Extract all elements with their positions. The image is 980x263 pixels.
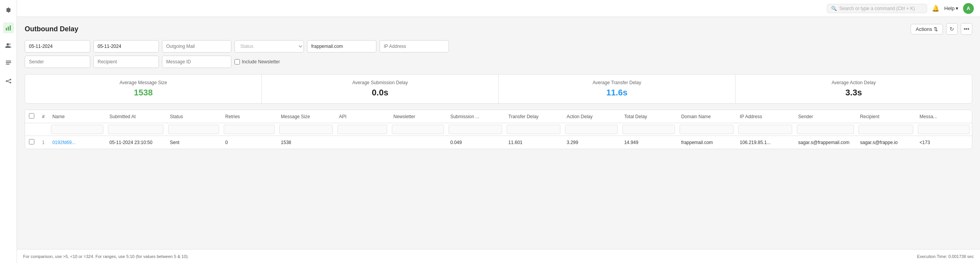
footer-hint: For comparison, use >5, <10 or =324. For… [23, 254, 189, 259]
page-title: Outbound Delay [25, 25, 78, 33]
avatar[interactable]: A [963, 3, 974, 14]
th-name[interactable]: Name [49, 110, 106, 123]
date-to-input[interactable] [93, 40, 159, 53]
th-message-size[interactable]: Message Size [277, 110, 335, 123]
topnav: 🔍 Search or type a command (Ctrl + K) 🔔 … [17, 0, 980, 17]
row-submitted-at: 05-11-2024 23:10:50 [106, 136, 166, 149]
sidebar-item-settings[interactable] [3, 5, 14, 15]
status-select[interactable]: Status [234, 40, 304, 53]
filter-recipient[interactable] [859, 125, 913, 134]
row-message: <173 [916, 136, 972, 149]
row-status: Sent [166, 136, 221, 149]
filter-domain-name[interactable] [680, 125, 734, 134]
filter-total-delay[interactable] [622, 125, 675, 134]
table-header-row: # Name Submitted At Status Retries Messa… [25, 110, 972, 123]
filter-api[interactable] [337, 125, 387, 134]
svg-rect-3 [10, 25, 11, 31]
recipient-input[interactable] [93, 56, 159, 68]
row-newsletter [390, 136, 446, 149]
th-api[interactable]: API [335, 110, 390, 123]
search-bar[interactable]: 🔍 Search or type a command (Ctrl + K) [827, 4, 927, 13]
th-newsletter[interactable]: Newsletter [390, 110, 446, 123]
th-submitted-at[interactable]: Submitted At [106, 110, 166, 123]
svg-line-12 [7, 81, 10, 82]
stat-avg-transfer-delay-value: 11.6s [506, 88, 727, 98]
th-sender[interactable]: Sender [794, 110, 856, 123]
header-actions: Actions ⇅ ↻ ••• [911, 23, 972, 35]
svg-point-10 [10, 82, 11, 83]
sidebar-item-tasks[interactable] [3, 58, 14, 69]
table-container: # Name Submitted At Status Retries Messa… [25, 110, 972, 149]
sidebar-item-analytics[interactable] [3, 22, 14, 33]
stat-avg-submission-delay-value: 0.0s [270, 88, 491, 98]
th-ip-address[interactable]: IP Address [736, 110, 794, 123]
row-checkbox[interactable] [29, 139, 34, 144]
svg-rect-6 [6, 62, 11, 63]
actions-chevron-icon: ⇅ [934, 26, 938, 32]
chevron-down-icon: ▾ [956, 5, 958, 11]
th-transfer-delay[interactable]: Transfer Delay [504, 110, 563, 123]
newsletter-checkbox-label[interactable]: Include Newsletter [234, 59, 280, 64]
row-domain-name: frappemail.com [677, 136, 736, 149]
filter-message[interactable] [918, 125, 970, 134]
filters-row-1: Status [25, 40, 972, 53]
filter-submission[interactable] [449, 125, 502, 134]
sidebar [0, 0, 17, 263]
row-retries: 0 [221, 136, 277, 149]
th-submission[interactable]: Submission ... [446, 110, 504, 123]
row-message-size: 1538 [277, 136, 335, 149]
actions-button[interactable]: Actions ⇅ [911, 24, 943, 34]
th-retries[interactable]: Retries [221, 110, 277, 123]
stat-avg-transfer-delay: Average Transfer Delay 11.6s [499, 75, 735, 103]
filter-action-delay[interactable] [565, 125, 618, 134]
select-all-checkbox[interactable] [29, 113, 34, 119]
row-sender: sagar.s@frappemail.com [794, 136, 856, 149]
row-name[interactable]: 0192fd69... [49, 136, 106, 149]
sender-input[interactable] [25, 56, 90, 68]
row-ip-address: 106.219.85.1... [736, 136, 794, 149]
main-area: 🔍 Search or type a command (Ctrl + K) 🔔 … [17, 0, 980, 263]
filter-message-size[interactable] [279, 125, 333, 134]
svg-rect-7 [6, 64, 10, 64]
search-icon: 🔍 [831, 6, 837, 11]
svg-rect-1 [6, 28, 7, 31]
filter-name[interactable] [51, 125, 103, 134]
filter-sender[interactable] [797, 125, 854, 134]
notifications-bell[interactable]: 🔔 [932, 5, 940, 12]
svg-line-11 [7, 80, 10, 81]
ellipsis-icon: ••• [964, 26, 970, 32]
th-status[interactable]: Status [166, 110, 221, 123]
stat-avg-action-delay-label: Average Action Delay [743, 80, 964, 85]
domain-input[interactable] [307, 40, 376, 53]
filter-retries[interactable] [224, 125, 275, 134]
content-area: Outbound Delay Actions ⇅ ↻ ••• Status [17, 17, 980, 249]
sidebar-item-integrations[interactable] [3, 76, 14, 87]
row-action-delay: 3.299 [563, 136, 620, 149]
filter-transfer-delay[interactable] [507, 125, 560, 134]
th-message[interactable]: Messa... [916, 110, 972, 123]
date-from-input[interactable] [25, 40, 90, 53]
stat-avg-message-size-value: 1538 [33, 88, 254, 98]
filter-status[interactable] [168, 125, 219, 134]
help-menu[interactable]: Help ▾ [944, 5, 958, 11]
ip-address-input[interactable] [380, 40, 449, 53]
th-recipient[interactable]: Recipient [856, 110, 916, 123]
outgoing-mail-input[interactable] [162, 40, 231, 53]
th-total-delay[interactable]: Total Delay [620, 110, 677, 123]
sidebar-item-users[interactable] [3, 40, 14, 51]
row-recipient: sagar.s@frappe.io [856, 136, 916, 149]
filter-submitted-at[interactable] [108, 125, 164, 134]
th-domain-name[interactable]: Domain Name [677, 110, 736, 123]
newsletter-checkbox[interactable] [234, 59, 240, 64]
more-options-button[interactable]: ••• [961, 23, 972, 35]
filter-newsletter[interactable] [392, 125, 444, 134]
stat-avg-message-size: Average Message Size 1538 [25, 75, 262, 103]
row-num: 1 [38, 136, 49, 149]
th-action-delay[interactable]: Action Delay [563, 110, 620, 123]
th-num: # [38, 110, 49, 123]
row-submission: 0.049 [446, 136, 504, 149]
row-total-delay: 14.949 [620, 136, 677, 149]
refresh-button[interactable]: ↻ [946, 23, 958, 35]
message-id-input[interactable] [162, 56, 231, 68]
filter-ip-address[interactable] [738, 125, 792, 134]
